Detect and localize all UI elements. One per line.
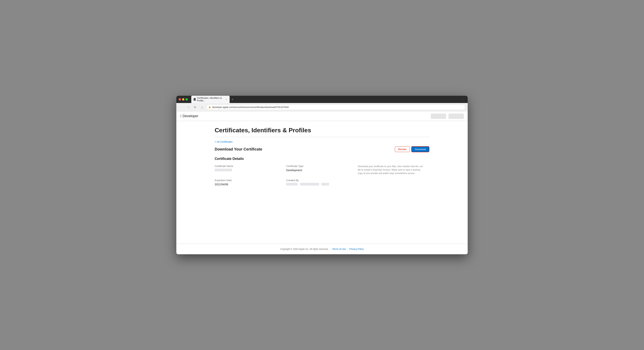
privacy-policy-link[interactable]: Privacy Policy (350, 248, 364, 250)
traffic-lights (179, 98, 188, 100)
new-tab-button[interactable]: + (230, 97, 234, 101)
cert-created-redacted-3 (322, 183, 329, 186)
address-bar[interactable]: 🔒 developer.apple.com/account/resources/… (206, 104, 465, 110)
home-button[interactable]: ⌂ (199, 104, 205, 110)
back-link[interactable]: < All Certificates (215, 140, 233, 143)
navigation-bar: ← → ↻ ⌂ 🔒 developer.apple.com/account/re… (176, 103, 468, 111)
tab-label: Certificates, Identifiers & Profile... (197, 97, 224, 102)
cert-created-field: Created By (286, 179, 358, 190)
apple-logo-area:  Developer (180, 114, 198, 118)
cert-info-field: Download your certificate to your Mac, t… (358, 165, 429, 179)
copyright-text: Copyright © 2020 Apple Inc. All rights r… (280, 248, 328, 250)
action-buttons: Revoke Download (395, 146, 429, 152)
maximize-button[interactable] (186, 98, 188, 100)
tab-close-icon[interactable]: ✕ (226, 98, 227, 100)
terms-of-use-link[interactable]: Terms of Use (332, 248, 346, 250)
cert-created-redacted-2 (300, 183, 319, 186)
site-header:  Developer (176, 111, 468, 121)
developer-label: Developer (183, 114, 198, 118)
section-header: Download Your Certificate Revoke Downloa… (215, 146, 429, 152)
cert-type-value: Development (286, 169, 354, 172)
cert-name-label: Certificate Name (215, 165, 282, 168)
certificate-details: Certificate Details Certificate Name Cer… (215, 157, 429, 190)
cert-expiry-field: Expiration Date 2021/04/08 (215, 179, 286, 190)
cert-details-title: Certificate Details (215, 157, 429, 161)
browser-menu-button[interactable]: ⋮ (460, 97, 465, 102)
back-button[interactable]: ← (179, 104, 184, 110)
page-footer: Copyright © 2020 Apple Inc. All rights r… (176, 244, 468, 254)
cert-expiry-label: Expiration Date (215, 179, 282, 182)
cert-type-field: Certificate Type Development (286, 165, 358, 179)
cert-created-redacted-1 (286, 183, 298, 186)
title-bar: Certificates, Identifiers & Profile... ✕… (176, 96, 468, 103)
footer-content: Copyright © 2020 Apple Inc. All rights r… (180, 248, 464, 250)
footer-divider: | (330, 248, 330, 250)
cert-fields: Certificate Name Certificate Type Develo… (215, 165, 429, 190)
tab-favicon (194, 98, 196, 101)
section-title: Download Your Certificate (215, 147, 262, 151)
minimize-button[interactable] (182, 98, 184, 100)
cert-type-label: Certificate Type (286, 165, 354, 168)
revoke-button[interactable]: Revoke (395, 146, 410, 152)
header-nav-item-2 (448, 113, 464, 119)
cert-name-field: Certificate Name (215, 165, 286, 179)
forward-button[interactable]: → (186, 104, 191, 110)
page-title: Certificates, Identifiers & Profiles (215, 127, 429, 137)
url-text: developer.apple.com/account/resources/ce… (212, 106, 463, 109)
cert-name-value (215, 169, 282, 172)
main-content: Certificates, Identifiers & Profiles < A… (207, 121, 437, 244)
cert-created-label: Created By (286, 179, 354, 182)
close-button[interactable] (179, 98, 181, 100)
browser-window: Certificates, Identifiers & Profile... ✕… (176, 96, 468, 254)
apple-logo-icon:  (180, 114, 182, 118)
page-content:  Developer Certificates, Identifiers & … (176, 111, 468, 254)
lock-icon: 🔒 (208, 106, 211, 108)
download-button[interactable]: Download (411, 146, 429, 152)
active-tab[interactable]: Certificates, Identifiers & Profile... ✕ (191, 96, 230, 103)
header-nav-item-1 (431, 113, 446, 119)
cert-expiry-value: 2021/04/08 (215, 183, 282, 186)
refresh-button[interactable]: ↻ (192, 104, 198, 110)
cert-created-value (286, 183, 354, 186)
cert-info-text: Download your certificate to your Mac, t… (358, 165, 426, 175)
header-nav (431, 113, 464, 119)
footer-divider-2: | (347, 248, 348, 250)
tab-bar: Certificates, Identifiers & Profile... ✕… (191, 96, 458, 103)
cert-name-redacted (215, 169, 232, 171)
